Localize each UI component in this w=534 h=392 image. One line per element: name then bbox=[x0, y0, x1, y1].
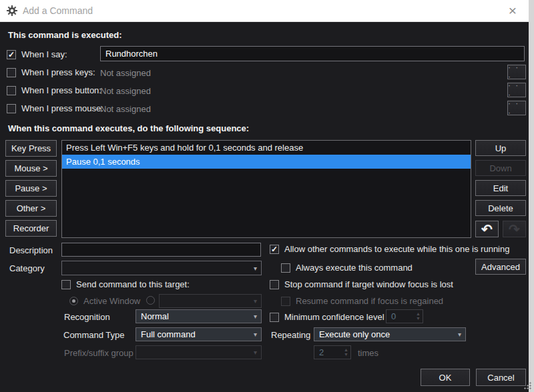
description-input[interactable] bbox=[61, 243, 261, 257]
times-label: times bbox=[358, 348, 378, 358]
list-item-selected[interactable]: Pause 0,1 seconds bbox=[62, 155, 471, 169]
specific-window-radio bbox=[146, 296, 155, 305]
repeating-dropdown[interactable]: Execute only once ▾ bbox=[314, 327, 466, 341]
check-icon: ✓ bbox=[8, 51, 15, 58]
description-label: Description bbox=[9, 245, 53, 255]
executed-header: This command is executed: bbox=[8, 30, 122, 40]
spin-down-icon: ▼ bbox=[344, 353, 348, 357]
pause-menu-button[interactable]: Pause > bbox=[5, 180, 57, 197]
recognition-dropdown[interactable]: Normal ▾ bbox=[136, 309, 262, 323]
gear-icon bbox=[7, 5, 17, 16]
active-window-radio: Active Window bbox=[69, 296, 140, 306]
resize-grip[interactable] bbox=[524, 382, 532, 390]
min-confidence-spinner: 0 ▲▼ bbox=[386, 309, 423, 323]
allow-other-commands-checkbox[interactable]: ✓ Allow other commands to execute while … bbox=[270, 244, 509, 254]
prefix-suffix-label: Prefix/suffix group bbox=[64, 348, 134, 358]
edit-button[interactable]: Edit bbox=[475, 180, 526, 196]
advanced-button[interactable]: Advanced bbox=[475, 259, 526, 275]
assign-keys-button[interactable]: · · · bbox=[507, 65, 526, 79]
when-press-button-checkbox[interactable]: When I press button: bbox=[7, 85, 101, 95]
command-type-dropdown[interactable]: Full command ▾ bbox=[136, 327, 262, 341]
recognition-label: Recognition bbox=[64, 312, 110, 322]
assign-mouse-button[interactable]: · · · bbox=[507, 101, 526, 115]
delete-button[interactable]: Delete bbox=[475, 200, 526, 216]
always-execute-checkbox[interactable]: Always execute this command bbox=[281, 263, 413, 273]
spoken-phrase-input[interactable] bbox=[100, 46, 525, 61]
chevron-down-icon: ▾ bbox=[458, 331, 461, 338]
keys-assignment: Not assigned bbox=[100, 68, 151, 78]
undo-icon: ↶ bbox=[481, 223, 493, 236]
command-type-label: Command Type bbox=[63, 330, 125, 340]
chevron-down-icon: ▾ bbox=[254, 313, 257, 320]
other-menu-button[interactable]: Other > bbox=[5, 200, 57, 217]
chevron-down-icon: ▾ bbox=[254, 331, 257, 338]
chevron-down-icon: ▾ bbox=[254, 297, 257, 305]
min-confidence-checkbox[interactable]: Minimum confidence level bbox=[270, 312, 384, 322]
undo-button[interactable]: ↶ bbox=[475, 221, 499, 237]
when-press-keys-checkbox[interactable]: When I press keys: bbox=[7, 67, 95, 77]
resume-command-checkbox: Resume command if focus is regained bbox=[281, 296, 443, 306]
chevron-down-icon: ▾ bbox=[254, 349, 257, 356]
title-bar: Add a Command × bbox=[0, 0, 529, 22]
redo-button: ↷ bbox=[503, 221, 526, 237]
cancel-button[interactable]: Cancel bbox=[476, 369, 526, 386]
sequence-header: When this command executes, do the follo… bbox=[8, 123, 249, 133]
window-title: Add a Command bbox=[23, 5, 93, 16]
mouse-assignment: Not assigned bbox=[100, 104, 151, 114]
button-assignment: Not assigned bbox=[100, 86, 151, 96]
redo-icon: ↷ bbox=[509, 223, 520, 236]
close-icon[interactable]: × bbox=[505, 3, 521, 19]
chevron-down-icon: ▾ bbox=[254, 265, 257, 272]
when-i-say-checkbox[interactable]: ✓ When I say: bbox=[7, 49, 67, 59]
category-label: Category bbox=[9, 263, 45, 273]
prefix-suffix-dropdown: ▾ bbox=[136, 345, 262, 359]
key-press-button[interactable]: Key Press bbox=[5, 140, 57, 157]
target-window-dropdown: ▾ bbox=[159, 294, 262, 308]
assign-button-button[interactable]: · · · bbox=[507, 83, 526, 97]
repeating-label: Repeating bbox=[271, 330, 310, 340]
mouse-menu-button[interactable]: Mouse > bbox=[5, 160, 57, 177]
stop-command-checkbox[interactable]: Stop command if target window focus is l… bbox=[270, 279, 453, 289]
add-command-dialog: Add a Command × This command is executed… bbox=[0, 0, 529, 392]
when-press-mouse-checkbox[interactable]: When I press mouse: bbox=[7, 103, 103, 113]
down-button: Down bbox=[475, 160, 526, 176]
action-sequence-list: Press Left Win+F5 keys and hold for 0,1 … bbox=[61, 140, 471, 238]
category-dropdown[interactable]: ▾ bbox=[61, 261, 262, 275]
spin-down-icon: ▼ bbox=[416, 317, 421, 321]
up-button[interactable]: Up bbox=[475, 140, 526, 156]
recorder-button[interactable]: Recorder bbox=[5, 220, 57, 237]
repeat-count-spinner: 2 ▲▼ bbox=[314, 345, 351, 359]
check-icon: ✓ bbox=[271, 246, 278, 253]
ok-button[interactable]: OK bbox=[421, 369, 470, 386]
list-item[interactable]: Press Left Win+F5 keys and hold for 0,1 … bbox=[62, 141, 471, 155]
send-target-checkbox[interactable]: Send command to this target: bbox=[61, 279, 190, 289]
